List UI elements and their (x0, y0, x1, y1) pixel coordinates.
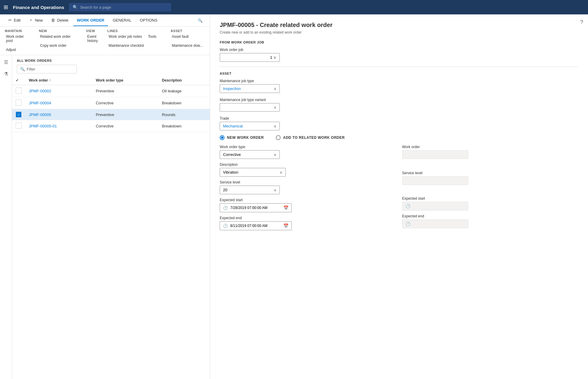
maintenance-job-type-arrow: ∨ (274, 87, 276, 91)
from-work-order-job-section: FROM WORK ORDER JOB (220, 40, 578, 44)
ribbon-group-maintain: MAINTAIN Work order pool Adjust (5, 29, 32, 52)
grid-icon[interactable]: ⊞ (4, 4, 8, 10)
table-header-check[interactable]: ✓ (12, 76, 25, 85)
maintenance-checklist-link[interactable]: Maintenance checklist (107, 43, 145, 48)
maintain-group-label: MAINTAIN (5, 29, 32, 33)
tab-options[interactable]: OPTIONS (136, 15, 161, 26)
row-checkbox[interactable] (16, 88, 22, 94)
trade-row: Trade Mechanical ∨ (220, 116, 578, 130)
maintenance-job-type-variant-select[interactable]: ∨ (220, 103, 280, 112)
work-order-id-cell[interactable]: JPMF-00004 (25, 97, 92, 109)
adjust-link[interactable]: Adjust (5, 47, 17, 52)
trade-label: Trade (220, 116, 578, 121)
edit-icon: ✏ (8, 18, 12, 22)
work-order-description-cell: Oil leakage (158, 85, 210, 97)
global-search[interactable]: 🔍 Search for a page (69, 3, 171, 11)
table-header-description[interactable]: Description (158, 76, 210, 85)
maintenance-job-type-variant-row: Maintenance job type variant ∨ (220, 98, 578, 112)
maintenance-dow-link[interactable]: Maintenance dow... (170, 43, 204, 48)
related-clock-icon-end: 🕐 (406, 222, 410, 226)
calendar-icon-start[interactable]: 📅 (283, 205, 288, 210)
general-tab-label: GENERAL (113, 18, 131, 22)
table-row[interactable]: ✓JPMF-00005PreventiveRounds (12, 109, 210, 120)
related-service-level-label: Service level (402, 171, 579, 175)
tools-link[interactable]: Tools (147, 34, 158, 39)
work-order-type-group: Work order type Corrective ∨ (220, 145, 396, 159)
new-work-order-radio-label: NEW WORK ORDER (227, 136, 264, 140)
add-to-related-radio[interactable]: ADD TO RELATED WORK ORDER (276, 135, 345, 140)
related-service-level-input (402, 176, 468, 185)
ribbon-search-button[interactable]: 🔍 (195, 16, 205, 25)
work-order-id-cell[interactable]: JPMF-00005 (25, 109, 92, 120)
trade-arrow: ∨ (274, 124, 276, 128)
edit-button[interactable]: ✏ Edit (5, 15, 24, 26)
work-order-job-dropdown-icon: ∨ (273, 55, 276, 60)
asset-fault-link[interactable]: Asset fault (170, 34, 190, 39)
table-row[interactable]: JPMF-00002PreventiveOil leakage (12, 85, 210, 97)
new-work-order-radio[interactable]: NEW WORK ORDER (220, 135, 264, 140)
maintenance-job-type-variant-label: Maintenance job type variant (220, 98, 578, 102)
filter-icon[interactable]: ⚗ (2, 69, 10, 79)
work-order-description-cell: Breakdown (158, 120, 210, 132)
work-order-type-label: Work order type (220, 145, 396, 149)
right-panel: ? JPMF-00005 - Create related work order… (210, 14, 588, 379)
add-to-related-radio-label: ADD TO RELATED WORK ORDER (283, 136, 345, 140)
row-checkbox[interactable] (16, 123, 22, 129)
event-history-link[interactable]: Event history (86, 34, 100, 43)
expected-end-group: Expected end 🕐 8/11/2019 07:00:00 AM 📅 (220, 216, 396, 230)
maintenance-job-type-group: Maintenance job type Inspection ∨ (220, 79, 578, 93)
calendar-icon-end[interactable]: 📅 (283, 223, 288, 228)
tab-work-order[interactable]: WORK ORDER (73, 15, 108, 26)
work-order-job-input[interactable]: 1 ∨ (220, 53, 280, 62)
lines-group-items: Work order job notes Tools Maintenance c… (107, 34, 164, 48)
delete-button[interactable]: 🗑 Delete (47, 15, 72, 26)
sidebar-left: ☰ ⚗ (0, 55, 12, 379)
work-order-job-notes-link[interactable]: Work order job notes (107, 34, 143, 39)
maintenance-job-type-select[interactable]: Inspection ∨ (220, 84, 280, 93)
work-order-pool-link[interactable]: Work order pool (5, 34, 32, 43)
table-row[interactable]: JPMF-00005-01CorrectiveBreakdown (12, 120, 210, 132)
new-group-label: NEW (39, 29, 79, 33)
new-button[interactable]: ＋ New (25, 14, 46, 26)
clock-icon-end: 🕐 (223, 224, 228, 228)
description-select[interactable]: Vibration ∨ (220, 168, 286, 177)
work-order-id-cell[interactable]: JPMF-00005-01 (25, 120, 92, 132)
maintenance-job-type-variant-arrow: ∨ (274, 105, 276, 109)
filter-input[interactable]: 🔍 Filter (17, 65, 77, 73)
trade-value: Mechanical (223, 124, 243, 128)
help-icon[interactable]: ? (580, 19, 583, 25)
ribbon: ✏ Edit ＋ New 🗑 Delete WORK ORDER GENERAL (0, 14, 210, 55)
expected-end-input[interactable]: 🕐 8/11/2019 07:00:00 AM 📅 (220, 221, 292, 230)
related-service-level-group: Service level (402, 171, 579, 185)
expected-start-input[interactable]: 🕐 7/28/2019 07:00:00 AM 📅 (220, 203, 292, 212)
row-checkbox[interactable]: ✓ (16, 112, 22, 118)
divider-1 (220, 67, 578, 67)
asset-section-label: ASSET (220, 72, 578, 75)
table-row[interactable]: JPMF-00004CorrectiveBreakdown (12, 97, 210, 109)
row-checkbox[interactable] (16, 100, 22, 106)
trade-select[interactable]: Mechanical ∨ (220, 122, 280, 130)
copy-work-order-link[interactable]: Copy work order (39, 43, 68, 48)
table-header-work-order[interactable]: Work order ↑ (25, 76, 92, 85)
new-label: New (35, 18, 43, 22)
table-header-type[interactable]: Work order type (92, 76, 158, 85)
view-group-label: VIEW (86, 29, 100, 33)
service-level-select[interactable]: 20 ∨ (220, 186, 280, 194)
related-expected-start-label: Expected start (402, 196, 579, 201)
service-level-label: Service level (220, 180, 396, 184)
view-group-items: Event history (86, 34, 100, 43)
asset-group-items: Asset fault Maintenance dow... (170, 34, 205, 48)
related-work-order-link[interactable]: Related work order (39, 34, 72, 39)
related-expected-end-input: 🕐 (402, 219, 468, 228)
related-expected-start-input: 🕐 (402, 202, 468, 210)
hamburger-icon[interactable]: ☰ (2, 58, 10, 67)
service-level-group: Service level 20 ∨ (220, 180, 396, 194)
main-layout: ✏ Edit ＋ New 🗑 Delete WORK ORDER GENERAL (0, 14, 588, 379)
work-order-type-select[interactable]: Corrective ∨ (220, 150, 280, 159)
description-group: Description Vibration ∨ (220, 163, 396, 177)
radio-section: NEW WORK ORDER ADD TO RELATED WORK ORDER (220, 135, 578, 140)
tab-general[interactable]: GENERAL (109, 15, 135, 26)
work-order-job-label: Work order job (220, 48, 286, 52)
work-order-id-cell[interactable]: JPMF-00002 (25, 85, 92, 97)
expected-end-value: 8/11/2019 07:00:00 AM (230, 224, 281, 228)
